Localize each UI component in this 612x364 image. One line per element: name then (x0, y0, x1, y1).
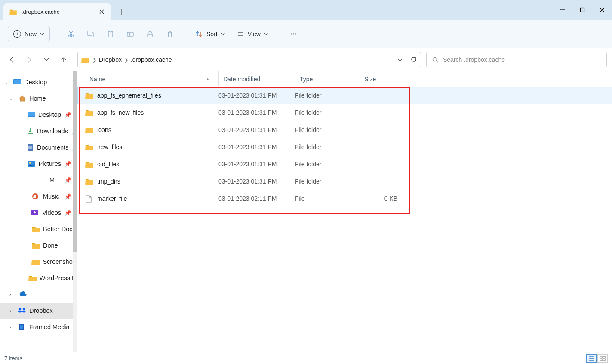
tree-item[interactable]: M📌 (0, 172, 77, 188)
breadcrumb-segment[interactable]: Dropbox (99, 56, 122, 63)
file-name: marker_file (97, 195, 127, 202)
list-icon (237, 30, 244, 38)
file-date: 03-01-2023 01:31 PM (218, 144, 295, 150)
recent-locations-button[interactable] (41, 55, 52, 65)
paste-button[interactable] (102, 26, 119, 42)
trash-icon (166, 30, 174, 38)
refresh-button[interactable] (410, 56, 417, 64)
file-row[interactable]: new_files03-01-2023 01:31 PMFile folder (77, 138, 612, 156)
file-row[interactable]: app_fs_new_files03-01-2023 01:31 PMFile … (77, 104, 612, 121)
column-header-size[interactable]: Size (360, 71, 400, 86)
tree-item-label: Screenshots (43, 258, 77, 265)
sort-button[interactable]: Sort (191, 26, 230, 42)
column-header-type[interactable]: Type (295, 71, 360, 86)
new-tab-button[interactable] (114, 4, 129, 20)
svg-rect-8 (148, 34, 153, 37)
pin-icon: 📌 (65, 177, 71, 184)
file-name: icons (97, 126, 111, 133)
search-box[interactable] (426, 52, 607, 67)
pin-icon: 📌 (65, 193, 71, 200)
file-type: File folder (295, 109, 360, 116)
svg-point-12 (433, 58, 437, 61)
tree-item[interactable]: › (0, 286, 77, 303)
monitor-icon (27, 111, 35, 118)
tree-item[interactable]: Better Docs (0, 221, 77, 237)
new-label: New (25, 31, 37, 37)
forward-button[interactable] (24, 55, 34, 65)
tree-item[interactable]: Pictures📌 (0, 156, 77, 172)
sidebar-scrollbar[interactable] (73, 71, 77, 352)
tree-item[interactable]: WordPress Pi (0, 270, 77, 286)
svg-rect-27 (603, 359, 605, 361)
copy-button[interactable] (82, 26, 99, 42)
share-button[interactable] (141, 26, 159, 42)
file-list: app_fs_ephemeral_files03-01-2023 01:31 P… (77, 87, 612, 207)
tree-item-label: Pictures (39, 160, 61, 167)
tab-close-button[interactable] (98, 8, 105, 15)
tree-item[interactable]: Done (0, 237, 77, 254)
new-button[interactable]: + New (8, 26, 50, 42)
view-button[interactable]: View (232, 26, 273, 42)
tree-item[interactable]: ⌄Desktop (0, 74, 77, 90)
pin-icon: 📌 (65, 210, 71, 216)
address-bar[interactable]: ❯ Dropbox ❯ .dropbox.cache (77, 52, 421, 67)
tree-item[interactable]: Screenshots (0, 254, 77, 270)
column-header-date[interactable]: Date modified (218, 71, 295, 86)
tree-item[interactable]: Downloads📌 (0, 123, 77, 139)
tree-item[interactable]: Videos📌 (0, 205, 77, 221)
file-row[interactable]: tmp_dirs03-01-2023 01:31 PMFile folder (77, 173, 612, 190)
svg-rect-0 (581, 8, 584, 12)
svg-rect-25 (603, 356, 605, 358)
chevron-down-icon: ⌄ (9, 96, 15, 101)
file-row[interactable]: old_files03-01-2023 01:31 PMFile folder (77, 156, 612, 173)
tree-item[interactable]: ›Framed Media (0, 319, 77, 335)
maximize-button[interactable] (572, 0, 592, 20)
chevron-right-icon: › (9, 292, 15, 297)
back-button[interactable] (7, 55, 17, 65)
close-button[interactable] (592, 0, 612, 20)
tree-item[interactable]: Music📌 (0, 188, 77, 205)
nav-arrows (3, 55, 72, 65)
minimize-button[interactable] (553, 0, 572, 20)
svg-rect-7 (127, 32, 133, 36)
svg-point-10 (293, 33, 294, 34)
sort-icon (195, 30, 203, 38)
column-header-name[interactable]: Name▲ (88, 71, 218, 86)
tree-item[interactable]: ⌄Home (0, 90, 77, 107)
tree-item[interactable]: ›Dropbox (0, 303, 77, 319)
file-type: File (295, 195, 360, 202)
document-icon (27, 144, 34, 151)
more-button[interactable] (285, 26, 302, 42)
chevron-right-icon: ❯ (124, 57, 128, 63)
tree-item-label: Dropbox (29, 307, 53, 314)
tree-item-label: Music (43, 193, 59, 200)
address-history-button[interactable] (397, 56, 403, 63)
tree-item[interactable]: Documents📌 (0, 139, 77, 156)
tree-item-label: M (49, 177, 55, 184)
details-view-toggle[interactable] (586, 354, 597, 363)
ellipsis-icon (289, 30, 298, 38)
clipboard-icon (106, 30, 115, 38)
file-icon (85, 195, 93, 202)
file-type: File folder (295, 92, 360, 99)
svg-rect-14 (14, 80, 21, 84)
cut-button[interactable] (62, 26, 80, 42)
chevron-down-icon: ⌄ (4, 80, 9, 85)
chevron-down-icon (221, 33, 225, 35)
delete-button[interactable] (161, 26, 178, 42)
search-input[interactable] (443, 56, 601, 63)
file-row[interactable]: icons03-01-2023 01:31 PMFile folder (77, 121, 612, 138)
thumbnails-view-toggle[interactable] (597, 354, 608, 363)
file-row[interactable]: marker_file03-01-2023 02:11 PMFile0 KB (77, 190, 612, 207)
onedrive-icon (18, 291, 26, 298)
scrollbar-thumb[interactable] (73, 71, 77, 252)
folder-icon (32, 242, 40, 249)
file-type: File folder (295, 144, 360, 150)
breadcrumb-segment[interactable]: .dropbox.cache (131, 56, 172, 63)
up-button[interactable] (58, 55, 69, 65)
plus-circle-icon: + (13, 30, 21, 38)
tree-item[interactable]: Desktop📌 (0, 107, 77, 123)
file-row[interactable]: app_fs_ephemeral_files03-01-2023 01:31 P… (77, 87, 612, 104)
rename-button[interactable] (122, 26, 139, 42)
tab-current[interactable]: .dropbox.cache (3, 3, 111, 20)
